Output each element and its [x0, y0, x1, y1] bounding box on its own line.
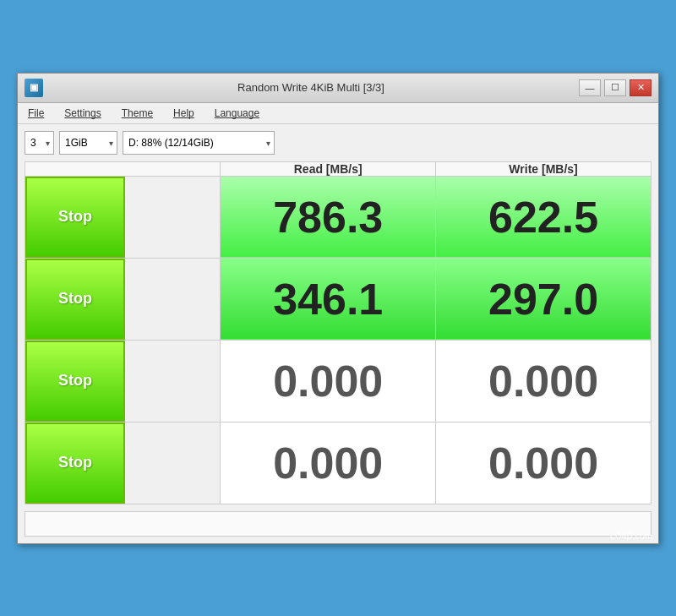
queues-select[interactable]: 3 1 2 4	[25, 131, 54, 155]
table-row: Stop 786.3 622.5	[25, 176, 651, 258]
status-bar	[25, 511, 651, 537]
menu-theme[interactable]: Theme	[118, 106, 156, 121]
table-row: Stop 0.000 0.000	[25, 340, 651, 422]
main-window: ▣ Random Write 4KiB Multi [3/3] — ☐ ✕ Fi…	[17, 73, 659, 544]
drive-select[interactable]: D: 88% (12/14GiB)	[123, 131, 275, 155]
results-table: Read [MB/s] Write [MB/s] Stop 786.3 622.…	[25, 161, 651, 504]
drive-select-wrapper: D: 88% (12/14GiB)	[123, 131, 275, 155]
read-value-1: 786.3	[221, 176, 436, 258]
content-area: 3 1 2 4 1GiB 512MiB 2GiB D: 88% (12/	[18, 124, 658, 543]
write-value-2: 297.0	[436, 258, 651, 340]
stop-button-3[interactable]: Stop	[25, 341, 125, 422]
stop-cell-1: Stop	[25, 176, 221, 258]
window-title: Random Write 4KiB Multi [3/3]	[50, 81, 572, 94]
table-row: Stop 346.1 297.0	[25, 258, 651, 340]
menu-settings[interactable]: Settings	[61, 106, 104, 121]
stop-button-4[interactable]: Stop	[25, 422, 125, 504]
write-value-1: 622.5	[436, 176, 651, 258]
window-controls: — ☐ ✕	[579, 79, 651, 96]
maximize-button[interactable]: ☐	[604, 79, 626, 96]
app-icon-symbol: ▣	[30, 82, 38, 93]
watermark: LO4D.com	[610, 532, 652, 541]
table-row: Stop 0.000 0.000	[25, 422, 651, 504]
stop-cell-3: Stop	[25, 340, 221, 422]
queues-select-wrapper: 3 1 2 4	[25, 131, 54, 155]
col-header-write: Write [MB/s]	[436, 161, 651, 176]
read-value-4: 0.000	[221, 422, 436, 504]
controls-row: 3 1 2 4 1GiB 512MiB 2GiB D: 88% (12/	[25, 131, 651, 155]
close-button[interactable]: ✕	[630, 79, 651, 96]
menu-help[interactable]: Help	[170, 106, 198, 121]
menu-bar: File Settings Theme Help Language	[18, 103, 658, 124]
app-icon: ▣	[25, 79, 43, 97]
menu-file[interactable]: File	[25, 106, 47, 121]
size-select-wrapper: 1GiB 512MiB 2GiB	[59, 131, 117, 155]
stop-button-2[interactable]: Stop	[25, 259, 125, 340]
menu-language[interactable]: Language	[211, 106, 263, 121]
stop-button-1[interactable]: Stop	[25, 177, 125, 258]
stop-cell-2: Stop	[25, 258, 221, 340]
title-bar: ▣ Random Write 4KiB Multi [3/3] — ☐ ✕	[18, 74, 658, 103]
write-value-3: 0.000	[436, 340, 651, 422]
size-select[interactable]: 1GiB 512MiB 2GiB	[59, 131, 117, 155]
read-value-3: 0.000	[221, 340, 436, 422]
read-value-2: 346.1	[221, 258, 436, 340]
col-header-stop	[25, 161, 221, 176]
col-header-read: Read [MB/s]	[221, 161, 436, 176]
write-value-4: 0.000	[436, 422, 651, 504]
stop-cell-4: Stop	[25, 422, 221, 504]
minimize-button[interactable]: —	[579, 79, 601, 96]
